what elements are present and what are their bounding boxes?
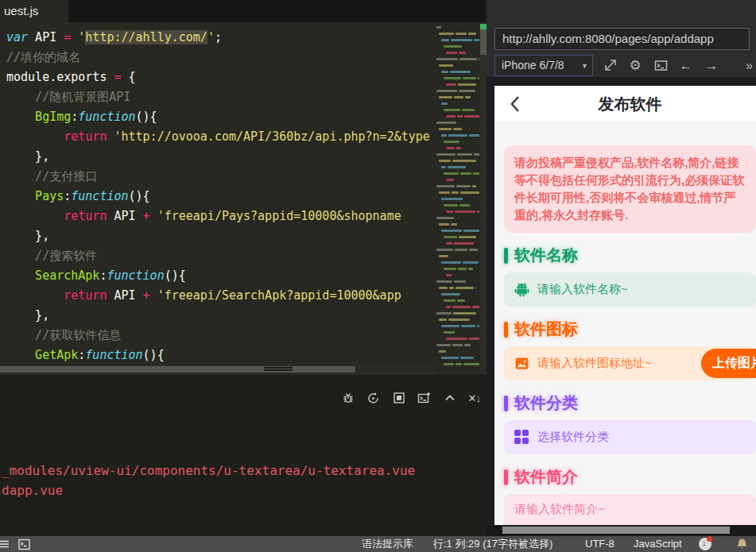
section-title-icon: 软件图标 — [504, 318, 756, 340]
more-tools-icon[interactable]: » — [746, 55, 753, 76]
back-arrow-icon[interactable]: ← — [679, 59, 693, 73]
editor-vertical-scrollbar[interactable] — [480, 24, 487, 373]
warning-notice: 请勿投稿严重侵权产品,软件名称,简介,链接等不得包括任何形式的引流行为,必须保证… — [504, 145, 756, 233]
section-title-intro: 软件简介 — [504, 466, 756, 488]
new-terminal-icon[interactable] — [417, 391, 432, 405]
status-bar: 语法提示库 行:1 列:29 (17字符被选择) UTF-8 JavaScrip… — [0, 536, 756, 552]
section-bar — [504, 322, 508, 338]
back-chevron-icon[interactable] — [507, 95, 525, 113]
url-input[interactable]: http://ahlly.com:8080/pages/app/addapp — [494, 28, 750, 50]
section-bar — [504, 469, 508, 485]
terminal-icon[interactable] — [653, 59, 668, 73]
collapse-panel-icon[interactable] — [443, 391, 457, 405]
tab-request-js[interactable]: uest.js — [0, 0, 68, 22]
device-select-value: iPhone 6/7/8 — [502, 59, 564, 71]
scrollbar-thumb[interactable] — [502, 527, 730, 534]
android-icon — [514, 282, 529, 297]
section-title-name: 软件名称 — [504, 245, 756, 266]
splitter-grip[interactable] — [264, 367, 293, 373]
app-name-input[interactable]: 请输入软件名称~ — [504, 272, 756, 307]
page-preview: 发布软件 请勿投稿严重侵权产品,软件名称,简介,链接等不得包括任何形式的引流行为… — [487, 77, 756, 536]
terminal-icon[interactable] — [18, 538, 30, 552]
placeholder-text: 请输入软件名称~ — [537, 282, 628, 297]
browser-panel: http://ahlly.com:8080/pages/app/addapp i… — [487, 0, 756, 536]
scrollbar-thumb[interactable] — [480, 29, 487, 55]
editor-horizontal-scrollbar[interactable] — [0, 365, 434, 375]
section-title-text: 软件图标 — [514, 318, 578, 340]
placeholder-text: 请输入软件图标地址~ — [537, 356, 652, 371]
placeholder-text: 选择软件分类 — [537, 430, 609, 445]
scrollbar-thumb[interactable] — [0, 366, 355, 373]
console-toolbar: ✕↓ — [341, 391, 480, 405]
code-area[interactable]: var API = 'http://ahlly.com/';//填你的域名mod… — [6, 28, 434, 365]
gear-icon[interactable]: ⚙ — [628, 59, 642, 73]
section-bar — [504, 396, 508, 411]
minimap[interactable] — [435, 25, 479, 371]
image-icon — [514, 356, 529, 371]
ide-window: uest.js Web浏览器 × var API = 'http://ahlly… — [0, 0, 756, 552]
app-icon-url-input[interactable]: 请输入软件图标地址~ 上传图片 — [504, 346, 756, 380]
language-mode-status[interactable]: JavaScript — [634, 536, 682, 552]
clear-console-icon[interactable]: ✕↓ — [468, 392, 480, 404]
intro-textarea[interactable]: 请输入软件简介~ — [504, 494, 756, 525]
preview-horizontal-scrollbar[interactable] — [487, 525, 756, 536]
page-title: 发布软件 — [494, 86, 756, 123]
debug-bug-icon[interactable] — [341, 391, 355, 405]
code-editor[interactable]: var API = 'http://ahlly.com/';//填你的域名mod… — [0, 22, 487, 375]
encoding-status[interactable]: UTF-8 — [585, 536, 614, 552]
forward-arrow-icon[interactable]: → — [704, 59, 719, 73]
cursor-position-status[interactable]: 行:1 列:29 (17字符被选择) — [433, 536, 552, 552]
console-panel: ✕↓ _modules/uview-ui/components/u-textar… — [0, 375, 487, 536]
section-title-text: 软件简介 — [514, 466, 578, 488]
section-bar — [504, 248, 508, 264]
section-title-text: 软件分类 — [514, 392, 578, 414]
section-title-category: 软件分类 — [504, 392, 756, 414]
scroll-position-marker — [480, 24, 487, 29]
stop-icon[interactable] — [392, 391, 406, 405]
restart-icon[interactable] — [366, 391, 381, 405]
placeholder-text: 请输入软件简介~ — [514, 502, 605, 517]
notification-dot — [707, 536, 712, 542]
update-available-icon[interactable] — [699, 538, 711, 550]
section-title-text: 软件名称 — [514, 245, 578, 266]
grid-icon — [514, 430, 529, 445]
phone-page: 发布软件 请勿投稿严重侵权产品,软件名称,简介,链接等不得包括任何形式的引流行为… — [494, 86, 756, 525]
open-external-icon[interactable] — [603, 59, 617, 73]
upload-image-button[interactable]: 上传图片 — [701, 349, 756, 378]
device-select[interactable]: iPhone 6/7/8 ▾ — [494, 55, 593, 76]
chevron-down-icon: ▾ — [583, 56, 587, 75]
page-header: 发布软件 — [494, 86, 756, 123]
category-select[interactable]: 选择软件分类 — [504, 420, 756, 454]
browser-toolbar: ⚙ ← → — [603, 55, 719, 76]
console-output[interactable]: _modules/uview-ui/components/u-textarea/… — [2, 461, 415, 500]
menu-icon[interactable] — [0, 538, 11, 552]
syntax-lib-status[interactable]: 语法提示库 — [362, 536, 413, 552]
bell-icon[interactable] — [736, 538, 748, 552]
